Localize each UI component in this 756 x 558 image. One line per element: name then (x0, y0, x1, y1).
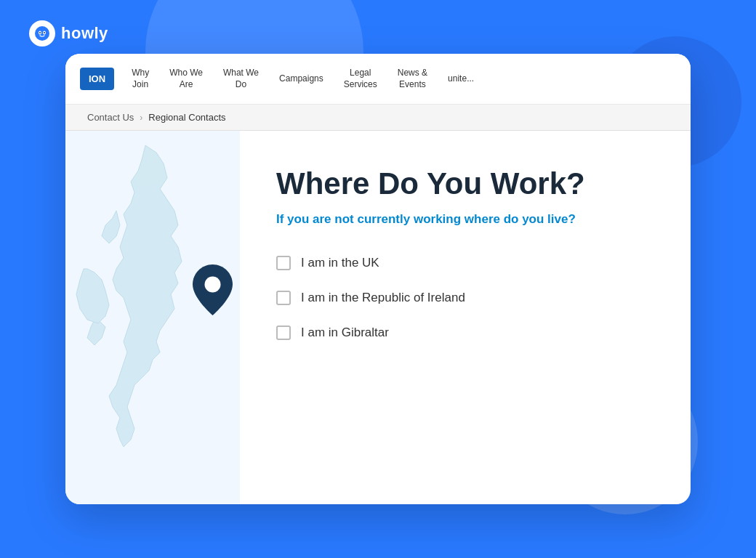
svg-point-5 (205, 277, 221, 293)
checkbox-ireland-input[interactable] (276, 291, 291, 305)
howly-brand-name: howly (61, 24, 108, 43)
form-area: Where Do You Work? If you are not curren… (240, 131, 691, 504)
howly-logo-icon (29, 20, 55, 46)
checkbox-uk-input[interactable] (276, 256, 291, 270)
nav-item-unite[interactable]: unite... (438, 68, 484, 91)
nav-item-legal-services[interactable]: LegalServices (334, 62, 387, 96)
nav-item-who-we-are[interactable]: Who WeAre (159, 62, 213, 96)
page-title: Where Do You Work? (276, 167, 647, 201)
checkbox-gibraltar-label: I am in Gibraltar (301, 326, 389, 340)
svg-point-3 (39, 32, 41, 33)
nav-logo: ION (80, 68, 114, 90)
checkbox-ireland-label: I am in the Republic of Ireland (301, 291, 465, 305)
main-content: Where Do You Work? If you are not curren… (65, 131, 691, 504)
nav-item-news-events[interactable]: News &Events (387, 62, 438, 96)
map-area (65, 131, 240, 504)
breadcrumb-current: Regional Contacts (148, 112, 225, 123)
nav-item-why-join[interactable]: WhyJoin (121, 62, 159, 96)
checkbox-gibraltar[interactable]: I am in Gibraltar (276, 326, 647, 340)
nav-items-container: WhyJoin Who WeAre What WeDo Campaigns Le… (121, 62, 676, 96)
howly-brand: howly (29, 20, 108, 46)
nav-item-what-we-do[interactable]: What WeDo (213, 62, 269, 96)
breadcrumb: Contact Us › Regional Contacts (65, 105, 691, 131)
breadcrumb-chevron-icon: › (140, 113, 142, 123)
checkbox-uk-label: I am in the UK (301, 256, 379, 270)
svg-point-4 (44, 32, 45, 33)
navbar: ION WhyJoin Who WeAre What WeDo Campaign… (65, 54, 691, 105)
breadcrumb-link[interactable]: Contact Us (87, 112, 134, 123)
page-subtitle: If you are not currently working where d… (276, 212, 647, 227)
checkbox-gibraltar-input[interactable] (276, 326, 291, 340)
checkbox-group: I am in the UK I am in the Republic of I… (276, 256, 647, 340)
checkbox-uk[interactable]: I am in the UK (276, 256, 647, 270)
checkbox-ireland[interactable]: I am in the Republic of Ireland (276, 291, 647, 305)
main-card: ION WhyJoin Who WeAre What WeDo Campaign… (65, 54, 691, 504)
svg-point-0 (35, 26, 49, 41)
nav-item-campaigns[interactable]: Campaigns (269, 68, 334, 91)
